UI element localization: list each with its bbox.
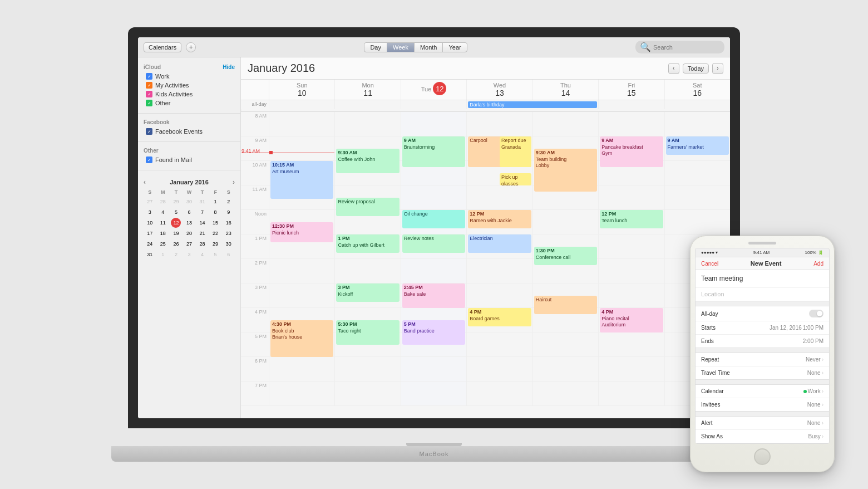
event-kickoff[interactable]: 3 PM Kickoff xyxy=(336,283,399,302)
other-checkbox[interactable]: ✓ xyxy=(146,100,152,106)
mini-day[interactable]: 9 xyxy=(224,207,234,217)
phone-repeat-row[interactable]: Repeat Never › xyxy=(696,353,829,366)
mini-cal-prev[interactable]: ‹ xyxy=(144,178,146,186)
event-art-museum[interactable]: 10:15 AM Art museum xyxy=(270,161,333,199)
event-picnic-lunch[interactable]: 12:30 PM Picnic lunch xyxy=(270,222,333,242)
mini-day[interactable]: 30 xyxy=(184,197,194,207)
mini-day[interactable]: 25 xyxy=(158,239,168,249)
event-team-lunch[interactable]: 12 PM Team lunch xyxy=(600,210,663,228)
phone-location-field[interactable]: Location xyxy=(696,287,829,301)
mini-day[interactable]: 1 xyxy=(158,250,168,260)
fb-checkbox[interactable]: ✓ xyxy=(146,128,152,135)
view-year-button[interactable]: Year xyxy=(443,43,466,52)
mini-day[interactable]: 29 xyxy=(171,197,181,207)
mini-day[interactable]: 29 xyxy=(210,239,220,249)
event-band-practice[interactable]: 5 PM Band practice xyxy=(402,320,465,345)
allday-event-darla[interactable]: Darla's birthday xyxy=(468,101,597,108)
mini-day[interactable]: 19 xyxy=(171,228,181,238)
event-conference-call[interactable]: 1:30 PM Conference call xyxy=(534,247,597,265)
event-catchup-gilbert[interactable]: 1 PM Catch up with Gilbert xyxy=(336,234,399,253)
phone-home-button[interactable] xyxy=(754,448,771,465)
mini-day[interactable]: 3 xyxy=(145,207,155,217)
mini-day[interactable]: 10 xyxy=(145,218,155,228)
mini-day[interactable]: 2 xyxy=(224,197,234,207)
cal-next-button[interactable]: › xyxy=(712,63,723,74)
mini-day[interactable]: 20 xyxy=(184,228,194,238)
mini-day-today[interactable]: 12 xyxy=(171,218,181,228)
event-review-proposal[interactable]: Review proposal xyxy=(336,198,399,216)
phone-showas-row[interactable]: Show As Busy › xyxy=(696,430,829,443)
kids-checkbox[interactable]: ✓ xyxy=(146,91,152,97)
mini-day[interactable]: 2 xyxy=(171,250,181,260)
mini-cal-next[interactable]: › xyxy=(233,178,235,186)
mini-day[interactable]: 26 xyxy=(171,239,181,249)
view-day-button[interactable]: Day xyxy=(364,43,387,52)
mini-day[interactable]: 11 xyxy=(158,218,168,228)
mini-day[interactable]: 28 xyxy=(198,239,208,249)
mini-day[interactable]: 8 xyxy=(210,207,220,217)
mini-day[interactable]: 22 xyxy=(210,228,220,238)
event-book-club[interactable]: 4:30 PM Book club Brian's house xyxy=(270,320,333,357)
sidebar-item-kids[interactable]: ✓ Kids Activities xyxy=(144,90,235,99)
calendars-button[interactable]: Calendars xyxy=(144,42,181,52)
view-week-button[interactable]: Week xyxy=(387,43,415,52)
search-input[interactable] xyxy=(653,44,726,51)
mini-day[interactable]: 5 xyxy=(171,207,181,217)
mini-day[interactable]: 4 xyxy=(198,250,208,260)
mini-day[interactable]: 14 xyxy=(198,218,208,228)
mini-day[interactable]: 21 xyxy=(198,228,208,238)
event-ramen-jackie[interactable]: 12 PM Ramen with Jackie xyxy=(468,210,531,228)
cal-today-button[interactable]: Today xyxy=(683,63,709,74)
event-pancake-breakfast[interactable]: 9 AM Pancake breakfast Gym xyxy=(600,136,663,167)
sidebar-item-work[interactable]: ✓ Work xyxy=(144,72,235,81)
event-electrician[interactable]: Electrician xyxy=(468,234,531,253)
mini-day[interactable]: 3 xyxy=(184,250,194,260)
mini-day[interactable]: 15 xyxy=(210,218,220,228)
event-oil-change[interactable]: Oil change xyxy=(402,210,465,228)
event-coffee-john[interactable]: 9:30 AM Coffee with John xyxy=(336,149,399,173)
event-piano-recital[interactable]: 4 PM Piano recital Auditorium xyxy=(600,308,663,332)
event-pick-glasses[interactable]: Pick up glasses xyxy=(500,173,531,185)
hide-button[interactable]: Hide xyxy=(223,64,235,70)
event-farmers-market[interactable]: 9 AM Farmers' market xyxy=(666,136,729,155)
event-team-building[interactable]: 9:30 AM Team building Lobby xyxy=(534,149,597,192)
search-bar[interactable]: 🔍 xyxy=(635,41,724,53)
phone-calendar-row[interactable]: Calendar Work › xyxy=(696,385,829,398)
mini-day[interactable]: 13 xyxy=(184,218,194,228)
sidebar-item-facebook-events[interactable]: ✓ Facebook Events xyxy=(144,127,235,136)
event-review-notes[interactable]: Review notes xyxy=(402,234,465,253)
event-haircut[interactable]: Haircut xyxy=(534,296,597,314)
event-board-games[interactable]: 4 PM Board games xyxy=(468,308,531,326)
found-checkbox[interactable]: ✓ xyxy=(146,157,152,163)
mini-day[interactable]: 1 xyxy=(210,197,220,207)
sidebar-item-found-mail[interactable]: ✓ Found in Mail xyxy=(144,155,235,164)
mini-day[interactable]: 7 xyxy=(198,207,208,217)
activities-checkbox[interactable]: ✓ xyxy=(146,82,152,89)
mini-day[interactable]: 31 xyxy=(145,250,155,260)
mini-day[interactable]: 31 xyxy=(198,197,208,207)
mini-day[interactable]: 5 xyxy=(210,250,220,260)
phone-event-title[interactable]: Team meeting xyxy=(696,270,829,287)
mini-day[interactable]: 30 xyxy=(224,239,234,249)
mini-day[interactable]: 24 xyxy=(145,239,155,249)
mini-day[interactable]: 17 xyxy=(145,228,155,238)
event-taco-night[interactable]: 5:30 PM Taco night xyxy=(336,320,399,345)
event-bake-sale[interactable]: 2:45 PM Bake sale xyxy=(402,283,465,308)
sidebar-item-activities[interactable]: ✓ My Activities xyxy=(144,81,235,90)
mini-day[interactable]: 28 xyxy=(158,197,168,207)
mini-day[interactable]: 27 xyxy=(184,239,194,249)
phone-invitees-row[interactable]: Invitees None › xyxy=(696,398,829,411)
mini-day[interactable]: 6 xyxy=(224,250,234,260)
mini-day[interactable]: 4 xyxy=(158,207,168,217)
mini-day[interactable]: 23 xyxy=(224,228,234,238)
phone-add-button[interactable]: Add xyxy=(813,261,823,267)
mini-day[interactable]: 16 xyxy=(224,218,234,228)
mini-day[interactable]: 6 xyxy=(184,207,194,217)
sidebar-item-other[interactable]: ✓ Other xyxy=(144,99,235,107)
phone-alert-row[interactable]: Alert None › xyxy=(696,417,829,430)
phone-allday-toggle[interactable] xyxy=(809,310,823,317)
mini-day[interactable]: 18 xyxy=(158,228,168,238)
event-brainstorming[interactable]: 9 AM Brainstorming xyxy=(402,136,465,167)
allday-wed[interactable]: Darla's birthday xyxy=(466,100,598,109)
add-calendar-button[interactable]: + xyxy=(186,42,196,52)
